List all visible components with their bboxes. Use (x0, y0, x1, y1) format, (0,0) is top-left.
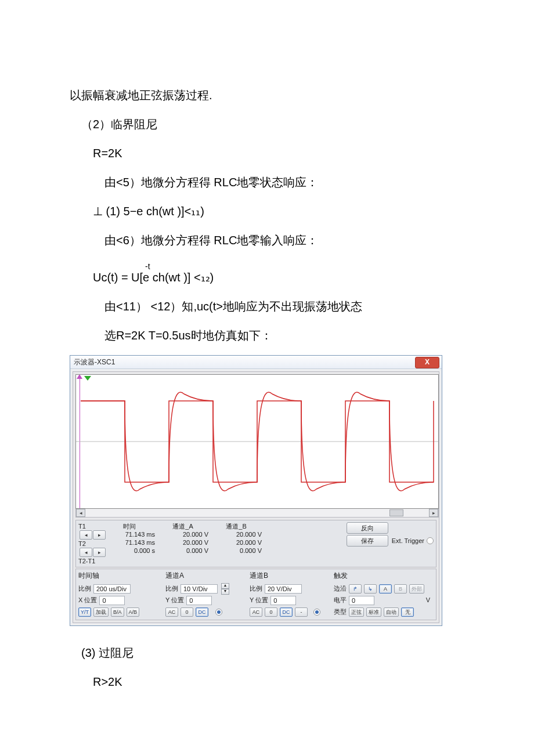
cha-ypos-label: Y 位置 (165, 595, 184, 606)
type-none-button[interactable]: 无 (401, 607, 414, 617)
ba-button[interactable]: B/A (111, 607, 124, 617)
heading-2: （2）临界阻尼 (70, 115, 464, 133)
equation: R=2K (70, 144, 464, 162)
t2-left-button[interactable]: ◂ (80, 548, 92, 557)
type-sine-button[interactable]: 正弦 (349, 607, 364, 617)
cha-zero-button[interactable]: 0 (181, 607, 193, 617)
chb-header: 通道_B (211, 522, 262, 530)
trig-ext-button[interactable]: 外部 (409, 584, 424, 594)
cha-scale-field[interactable]: 10 V/Div (181, 584, 218, 594)
ab-button[interactable]: A/B (127, 607, 140, 617)
edge-fall-button[interactable]: ↳ (364, 584, 377, 594)
xpos-field[interactable]: 0 (99, 596, 125, 605)
trig-a-button[interactable]: A (379, 584, 392, 594)
paragraph: 由<6）地微分方程得 RLC地零输入响应： (70, 231, 464, 249)
chb-zero-button[interactable]: 0 (265, 607, 277, 617)
cha-dc-button[interactable]: DC (196, 607, 208, 617)
load-button[interactable]: 加载 (93, 607, 109, 617)
trig-b-button[interactable]: B (394, 584, 407, 594)
chb-ac-button[interactable]: AC (250, 607, 262, 617)
chad-value: 0.000 V (157, 547, 208, 555)
oscilloscope-window: 示波器-XSC1 X ◂ ▸ (70, 355, 442, 625)
window-title: 示波器-XSC1 (74, 358, 115, 366)
type-label: 类型 (334, 607, 347, 617)
close-button[interactable]: X (415, 357, 439, 368)
time1-value: 71.143 ms (104, 530, 155, 538)
chb-ypos-label: Y 位置 (250, 595, 268, 606)
type-std-button[interactable]: 标准 (366, 607, 381, 617)
t1-label: T1 (78, 523, 86, 530)
cha-ypos-field[interactable]: 0 (186, 596, 212, 605)
paragraph: 选R=2K T=0.5us时地仿真如下： (70, 326, 464, 345)
heading-3: (3) 过阻尼 (70, 643, 464, 662)
scroll-thumb[interactable] (389, 509, 403, 516)
trigger-header: 触发 (334, 570, 434, 581)
time-scrollbar[interactable]: ◂ ▸ (75, 509, 439, 518)
save-button[interactable]: 保存 (347, 535, 388, 547)
equation: R>2K (70, 672, 464, 691)
chb2-value: 20.000 V (211, 538, 262, 547)
scroll-right-icon[interactable]: ▸ (429, 509, 438, 517)
t2-label: T2 (78, 540, 86, 547)
cha-port[interactable] (215, 609, 222, 616)
cha-scale-stepper[interactable]: ▴▾ (221, 583, 229, 595)
equation: ⊥ (1) 5−e ch(wt )]<₁₁) (70, 202, 464, 220)
edge-label: 边沿 (334, 584, 347, 594)
t2t1-label: T2-T1 (78, 557, 102, 565)
type-auto-button[interactable]: 自动 (384, 607, 399, 617)
time-header: 时间 (104, 522, 155, 530)
ext-trigger-label: Ext. Trigger (392, 536, 434, 547)
scope-frame: ◂ ▸ T1 ◂▸ T2 ◂▸ T2-T1 时间 71.143 ms 71.14… (73, 371, 439, 623)
waveform-display[interactable] (75, 374, 439, 509)
waveform-svg (76, 375, 438, 508)
chb-port[interactable] (313, 609, 320, 616)
equation: Uc(t) = U[e ch(wt )] <₁₂) (70, 268, 464, 287)
level-label: 电平 (334, 595, 347, 606)
time-scale-field[interactable]: 200 us/Div (93, 584, 131, 594)
cursor-readout: T1 ◂▸ T2 ◂▸ T2-T1 时间 71.143 ms 71.143 ms… (75, 520, 436, 567)
cha-ctrl-header: 通道A (165, 570, 250, 581)
chb-minus-button[interactable]: - (295, 607, 308, 617)
cha2-value: 20.000 V (157, 538, 208, 547)
cha-ac-button[interactable]: AC (165, 607, 178, 617)
chbd-value: 0.000 V (211, 547, 262, 555)
chb-dc-button[interactable]: DC (280, 607, 293, 617)
paragraph: 以振幅衰减地正弦振荡过程. (70, 86, 464, 104)
paragraph: 由<11） <12）知,uc(t>地响应为不出现振荡地状态 (70, 297, 464, 316)
cha1-value: 20.000 V (157, 530, 208, 538)
timedelta-value: 0.000 s (104, 547, 155, 555)
chb-ypos-field[interactable]: 0 (270, 596, 296, 605)
xpos-label: X 位置 (78, 595, 97, 606)
edge-rise-button[interactable]: ↱ (349, 584, 362, 594)
chb1-value: 20.000 V (211, 530, 262, 538)
chb-scale-label: 比例 (250, 584, 262, 594)
t1-left-button[interactable]: ◂ (80, 530, 92, 540)
reverse-button[interactable]: 反向 (347, 522, 388, 534)
chb-scale-field[interactable]: 20 V/Div (265, 584, 302, 594)
scroll-left-icon[interactable]: ◂ (76, 509, 85, 517)
timebase-header: 时间轴 (78, 570, 165, 581)
paragraph: 由<5）地微分方程得 RLC地零状态响应： (70, 173, 464, 191)
time2-value: 71.143 ms (104, 538, 155, 547)
titlebar[interactable]: 示波器-XSC1 X (70, 356, 442, 369)
cha-scale-label: 比例 (165, 584, 178, 594)
ext-trigger-port[interactable] (427, 537, 434, 544)
chb-ctrl-header: 通道B (250, 570, 334, 581)
volt-label: V (426, 595, 430, 606)
yt-button[interactable]: Y/T (78, 607, 91, 617)
level-field[interactable]: 0 (349, 596, 374, 605)
scale-label: 比例 (78, 584, 91, 594)
cha-header: 通道_A (157, 522, 208, 530)
controls-panel: 时间轴 比例 200 us/Div X 位置 0 Y/T 加载 B/A A/B (75, 569, 436, 620)
